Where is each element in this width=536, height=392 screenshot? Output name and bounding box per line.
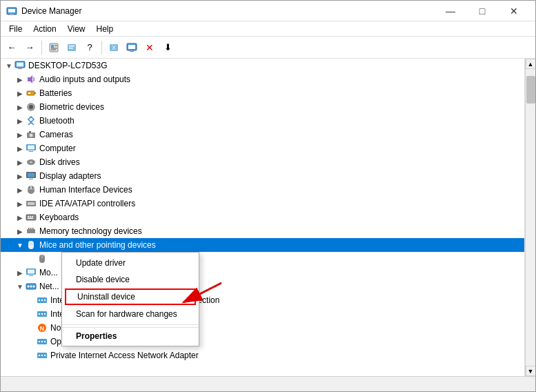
- svg-point-75: [39, 341, 40, 342]
- maximize-button[interactable]: □: [466, 1, 498, 21]
- pia-icon: [37, 350, 48, 361]
- tree-item-ide[interactable]: ▶ IDE ATA/ATAPI controllers: [1, 197, 524, 210]
- tree-panel[interactable]: ▼ DESKTOP-LC7D53G ▶ Audio inputs and out…: [1, 59, 525, 376]
- ctx-disable-device[interactable]: Disable device: [62, 271, 199, 288]
- tree-root[interactable]: ▼ DESKTOP-LC7D53G: [1, 59, 524, 72]
- svg-point-77: [44, 341, 46, 342]
- bluetooth-expand[interactable]: ▶: [14, 115, 26, 126]
- svg-point-25: [29, 105, 33, 109]
- display-expand[interactable]: ▶: [14, 170, 26, 182]
- tree-item-keyboards[interactable]: ▶ Keyboards: [1, 210, 524, 224]
- tree-item-pia[interactable]: Private Internet Access Network Adapter: [1, 349, 524, 362]
- minimize-button[interactable]: —: [435, 1, 466, 21]
- memory-icon: [26, 226, 37, 237]
- menu-view[interactable]: View: [62, 21, 91, 36]
- batteries-expand[interactable]: ▶: [14, 88, 26, 99]
- tree-item-computer[interactable]: ▶ Computer: [1, 141, 524, 155]
- svg-rect-19: [18, 68, 22, 69]
- display-button[interactable]: [123, 39, 140, 56]
- nordlynx-icon: N: [37, 322, 48, 333]
- scroll-up-button[interactable]: ▲: [526, 59, 536, 69]
- svg-rect-10: [69, 48, 73, 49]
- menu-action[interactable]: Action: [28, 21, 61, 36]
- memory-expand[interactable]: ▶: [14, 226, 26, 237]
- close-button[interactable]: ✕: [498, 1, 530, 21]
- svg-rect-56: [42, 255, 43, 258]
- status-bar: [1, 376, 535, 391]
- hid-label: Human Interface Devices: [39, 185, 132, 195]
- svg-point-34: [30, 161, 32, 164]
- svg-rect-43: [26, 215, 36, 220]
- menu-help[interactable]: Help: [91, 21, 119, 36]
- svg-point-61: [28, 286, 30, 288]
- tree-item-bluetooth[interactable]: ▶ Bluetooth: [1, 114, 524, 128]
- tree-item-hid[interactable]: ▶ Human Interface Devices: [1, 183, 524, 197]
- cameras-icon: [26, 129, 37, 140]
- svg-rect-53: [31, 241, 32, 244]
- tree-item-biometric[interactable]: ▶ Biometric devices: [1, 100, 524, 114]
- bluetooth-label: Bluetooth: [39, 116, 75, 126]
- mice-expand[interactable]: ▼: [14, 239, 26, 251]
- monitors-icon: [26, 267, 37, 278]
- mice-icon: [26, 239, 37, 251]
- ctx-uninstall-device[interactable]: Uninstall device: [65, 288, 196, 305]
- ctx-update-driver[interactable]: Update driver: [62, 255, 199, 271]
- disk-icon: [26, 157, 37, 168]
- keyboards-expand[interactable]: ▶: [14, 212, 26, 223]
- svg-point-63: [33, 286, 35, 288]
- root-expand[interactable]: ▼: [3, 60, 14, 71]
- svg-rect-36: [28, 173, 34, 177]
- menu-file[interactable]: File: [3, 21, 28, 36]
- tree-item-display[interactable]: ▶ Display adapters: [1, 169, 524, 183]
- keyboards-icon: [26, 212, 37, 223]
- ide-icon: [26, 198, 37, 209]
- svg-rect-32: [29, 151, 33, 152]
- hid-expand[interactable]: ▶: [14, 184, 26, 195]
- tree-item-disk[interactable]: ▶ Disk drives: [1, 155, 524, 169]
- svg-rect-1: [8, 9, 15, 12]
- forward-button[interactable]: →: [21, 39, 38, 56]
- app-icon: [6, 6, 17, 17]
- audio-icon: [26, 74, 37, 85]
- hid-icon: [26, 184, 37, 195]
- batteries-label: Batteries: [39, 88, 72, 98]
- disk-label: Disk drives: [39, 157, 80, 167]
- scroll-thumb[interactable]: [526, 76, 535, 104]
- help-button[interactable]: ?: [81, 39, 98, 56]
- disk-expand[interactable]: ▶: [14, 157, 26, 168]
- biometric-expand[interactable]: ▶: [14, 101, 26, 112]
- tree-item-cameras[interactable]: ▶ Cameras: [1, 128, 524, 141]
- uninstall-toolbar-button[interactable]: ✕: [141, 39, 158, 56]
- computer-icon-tree: [26, 143, 37, 154]
- properties-button[interactable]: [46, 39, 62, 56]
- svg-point-71: [44, 313, 46, 315]
- download-button[interactable]: ⬇: [159, 39, 176, 56]
- svg-rect-45: [30, 216, 31, 217]
- network-expand[interactable]: ▼: [14, 281, 26, 292]
- title-bar-left: Device Manager: [6, 6, 81, 17]
- network-icon: [26, 281, 37, 292]
- tree-item-mice[interactable]: ▼ Mice and other pointing devices: [1, 238, 524, 252]
- keyboards-label: Keyboards: [39, 213, 79, 222]
- ide-expand[interactable]: ▶: [14, 198, 26, 209]
- computer-expand[interactable]: ▶: [14, 143, 26, 154]
- svg-rect-23: [28, 92, 30, 94]
- ctx-properties[interactable]: Properties: [62, 327, 199, 344]
- audio-expand[interactable]: ▶: [14, 74, 26, 85]
- tree-item-audio[interactable]: ▶ Audio inputs and outputs: [1, 72, 524, 86]
- back-button[interactable]: ←: [3, 39, 20, 56]
- monitors-expand[interactable]: ▶: [14, 267, 26, 278]
- scroll-down-button[interactable]: ▼: [526, 366, 536, 376]
- biometric-label: Biometric devices: [39, 102, 104, 112]
- tree-item-batteries[interactable]: ▶ Batteries: [1, 86, 524, 100]
- scrollbar-vertical[interactable]: ▲ ▼: [525, 59, 535, 376]
- svg-rect-29: [29, 131, 31, 133]
- ctx-scan-hardware[interactable]: Scan for hardware changes: [62, 306, 199, 322]
- scan-button[interactable]: [63, 39, 80, 56]
- computer-icon: [14, 60, 26, 71]
- openvpn-expand: [26, 336, 37, 347]
- cameras-expand[interactable]: ▶: [14, 129, 26, 140]
- svg-point-65: [39, 300, 40, 301]
- tree-item-memory[interactable]: ▶ Memory technology devices: [1, 224, 524, 238]
- remove-button[interactable]: X: [106, 39, 122, 56]
